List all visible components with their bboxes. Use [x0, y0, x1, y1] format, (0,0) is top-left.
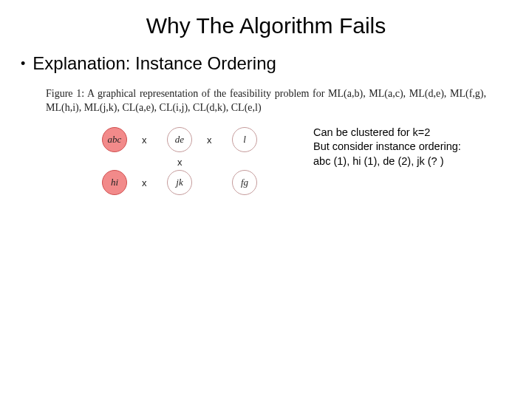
cl-mark-de-l: x — [207, 135, 212, 145]
cl-mark-hi-jk: x — [142, 178, 147, 188]
node-jk: jk — [167, 170, 192, 195]
bullet-text: Explanation: Instance Ordering — [33, 53, 276, 74]
constraint-graph: abc de l hi jk fg x x x x — [96, 123, 303, 204]
cl-mark-abc-de: x — [142, 135, 147, 145]
content-row: abc de l hi jk fg x x x x Can be cluster… — [0, 123, 532, 204]
node-fg: fg — [232, 170, 257, 195]
slide-title: Why The Algorithm Fails — [0, 0, 532, 53]
node-abc: abc — [102, 127, 127, 152]
side-line-1: Can be clustered for k=2 — [313, 126, 461, 140]
cl-mark-de-jk: x — [177, 157, 183, 167]
figure-caption: Figure 1: A graphical representation of … — [0, 87, 532, 123]
bullet-marker: • — [21, 53, 33, 74]
bullet-row: • Explanation: Instance Ordering — [0, 53, 532, 87]
side-annotation: Can be clustered for k=2 But consider in… — [303, 123, 461, 169]
node-de: de — [167, 127, 192, 152]
node-l: l — [232, 127, 257, 152]
side-line-2: But consider instance ordering: — [313, 140, 461, 154]
side-line-3: abc (1), hi (1), de (2), jk (? ) — [313, 154, 461, 169]
node-hi: hi — [102, 170, 127, 195]
